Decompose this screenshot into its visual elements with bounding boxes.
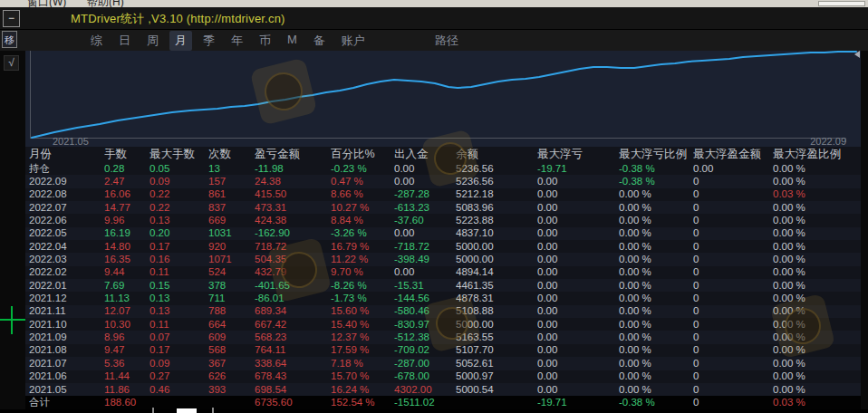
cell: 0.00 (537, 319, 619, 331)
table-row[interactable]: 2022.017.690.15378-401.65-8.26 %-15.3144… (25, 279, 861, 292)
tab-备[interactable]: 备 (308, 31, 331, 51)
cell: 5212.18 (456, 188, 537, 200)
menu-item-help[interactable]: 帮助(H) (87, 0, 124, 7)
statistics-table: 月份手数最大手数次数盈亏金额百分比%出入金余额最大浮亏最大浮亏比例最大浮盈金额最… (25, 147, 861, 409)
cell: 12.07 (104, 305, 149, 317)
cell: 0.00 (537, 202, 619, 214)
table-row[interactable]: 2022.069.960.13669424.388.84 %-37.605223… (25, 214, 861, 226)
cell: 16.35 (104, 254, 149, 265)
cell: 0 (693, 305, 773, 317)
column-header: 最大浮亏比例 (619, 149, 693, 160)
cell: 2021.12 (29, 293, 104, 304)
cell: 0 (693, 397, 773, 408)
cell: 0.00 % (773, 202, 861, 214)
cell: 0.00 (537, 254, 619, 265)
tab-月[interactable]: 月 (169, 31, 192, 51)
cell: 0.00 (537, 358, 619, 370)
main-area: √ 2021.05 2022.09 月份手数最大手数次数盈亏金额百分比%出入金余… (0, 51, 868, 413)
cell: -3.26 % (331, 227, 394, 239)
cell: 16.24 % (331, 384, 394, 396)
x-axis-start-label: 2021.05 (53, 136, 89, 147)
cell: 0 (693, 188, 773, 200)
cell: -37.60 (394, 215, 456, 226)
move-tool-button[interactable]: 移 (2, 31, 17, 48)
tab-周[interactable]: 周 (141, 31, 164, 51)
cell: 15.40 % (331, 319, 394, 331)
column-header: 手数 (104, 149, 149, 160)
cell: 0.00 % (619, 227, 693, 239)
table-row[interactable]: 2021.0511.860.46393698.5416.24 %4302.005… (25, 383, 861, 396)
cell: 0 (693, 215, 773, 226)
tab-季[interactable]: 季 (198, 31, 220, 51)
cell: 15.60 % (331, 305, 394, 317)
cell: 0.00 % (619, 370, 693, 382)
cell: 837 (208, 202, 255, 214)
cell: 9.47 (104, 344, 149, 356)
cell: 0.07 (149, 331, 208, 343)
cell: 568.23 (255, 331, 331, 343)
tab-M[interactable]: M (282, 31, 303, 51)
cell: 16.06 (104, 188, 149, 200)
table-row[interactable]: 2021.0611.440.27626678.4315.70 %-678.005… (25, 370, 861, 383)
table-row[interactable]: 2022.0316.350.161071504.3511.22 %-398.49… (25, 253, 861, 265)
column-header: 月份 (29, 149, 104, 160)
crosshair-icon (0, 319, 27, 321)
cell: 664 (208, 319, 255, 331)
cell: 5000.00 (456, 241, 537, 253)
cell: 415.50 (255, 188, 331, 200)
table-row[interactable]: 2022.029.440.11524432.799.70 %0.004894.1… (25, 266, 861, 279)
table-total-row[interactable]: 合计188.606735.60152.54 %-1511.02-19.71-0.… (25, 396, 861, 408)
tab-年[interactable]: 年 (226, 31, 248, 51)
column-header: 最大浮亏 (537, 149, 619, 160)
equity-curve-chart[interactable]: 2021.05 2022.09 (25, 51, 861, 147)
cell: 0.09 (149, 176, 208, 187)
cell: 0.05 (149, 163, 208, 175)
cell: 0 (693, 241, 773, 253)
cell: 0.00 (537, 305, 619, 317)
cell: 5000.97 (456, 370, 537, 382)
tab-币[interactable]: 币 (254, 31, 276, 51)
table-row[interactable]: 2022.0714.770.22837473.3110.27 %-613.235… (25, 201, 861, 214)
cell: 11.86 (104, 384, 149, 396)
column-header: 次数 (208, 149, 255, 160)
tab-账户[interactable]: 账户 (336, 31, 371, 51)
cell: -1.73 % (331, 293, 394, 304)
cell: -287.28 (394, 188, 456, 200)
cell: 11.22 % (331, 254, 394, 265)
cell: 0.00 % (619, 358, 693, 370)
cell: -718.72 (394, 241, 456, 253)
cell: 0.20 (149, 227, 208, 239)
cell: -613.23 (394, 202, 456, 214)
table-row[interactable]: 2022.0414.800.17920718.7216.79 %-718.725… (25, 240, 861, 253)
cell: 2021.08 (29, 344, 104, 356)
cell: 689.34 (255, 305, 331, 317)
tab-综[interactable]: 综 (85, 31, 108, 51)
cell: 14.80 (104, 241, 149, 253)
cell: 473.31 (255, 202, 331, 214)
cell: 14.77 (104, 202, 149, 214)
table-row[interactable]: 2022.0516.190.201031-162.90-3.26 %0.0048… (25, 227, 861, 240)
cell: 2022.05 (29, 227, 104, 239)
table-row[interactable]: 2021.075.360.09367338.647.18 %-287.00505… (25, 357, 861, 370)
table-row[interactable]: 2022.0816.060.22861415.508.66 %-287.2852… (25, 188, 861, 201)
cell: 24.38 (255, 176, 331, 187)
cell: 0.47 % (331, 176, 394, 187)
cell: 0.15 (149, 280, 208, 292)
cell: 2021.07 (29, 358, 104, 370)
sqrt-tool-button[interactable]: √ (4, 55, 19, 71)
minimize-button[interactable]: − (3, 10, 20, 27)
cell: 0.00 % (619, 305, 693, 317)
cell: 0.17 (149, 344, 208, 356)
cell: 0 (693, 254, 773, 265)
cell: -0.38 % (619, 163, 693, 175)
menu-item-window[interactable]: 窗口(W) (27, 0, 66, 7)
cell: -19.71 (537, 163, 619, 175)
cell: 0.00 % (773, 280, 861, 292)
column-header: 最大手数 (149, 149, 208, 160)
cell: 0.00 % (773, 176, 861, 187)
cell: 920 (208, 241, 255, 253)
cell: 0.17 (149, 241, 208, 253)
cell: -11.98 (255, 163, 331, 175)
path-button[interactable]: 路径 (435, 33, 458, 49)
tab-日[interactable]: 日 (113, 31, 136, 51)
